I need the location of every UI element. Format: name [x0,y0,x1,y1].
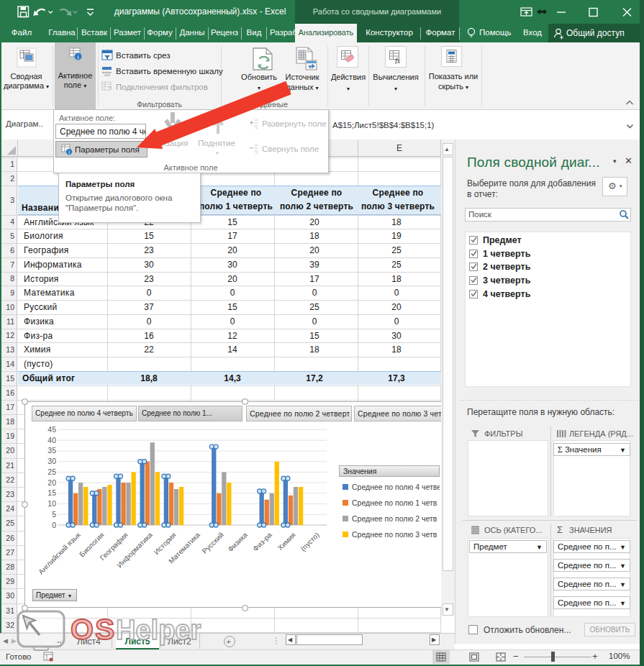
svg-text:45: 45 [47,425,56,434]
svg-text:OS: OS [71,613,116,646]
svg-text:Helper: Helper [116,615,201,645]
svg-text:0: 0 [52,521,56,529]
svg-text:10: 10 [47,499,56,508]
svg-text:20: 20 [47,478,56,487]
svg-text:30: 30 [47,457,56,465]
svg-text:35: 35 [47,446,56,455]
svg-text:5: 5 [52,510,56,519]
svg-text:40: 40 [47,436,56,444]
svg-text:15: 15 [47,488,56,497]
svg-text:fx: fx [395,57,401,64]
svg-text:25: 25 [47,467,56,476]
